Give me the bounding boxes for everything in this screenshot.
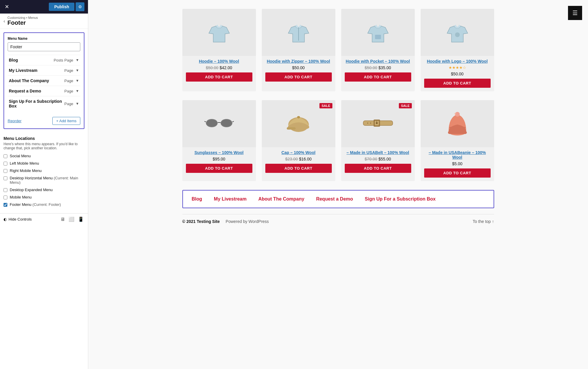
add-items-button[interactable]: + Add Items xyxy=(52,117,80,125)
location-label-desktop-horizontal[interactable]: Desktop Horizontal Menu (Current: Main M… xyxy=(10,176,84,185)
settings-gear-button[interactable]: ⚙ xyxy=(76,2,84,11)
location-item: Mobile Menu xyxy=(4,195,84,199)
product-price: $95.00 xyxy=(186,157,252,161)
add-to-cart-button[interactable]: ADD TO CART xyxy=(186,164,252,173)
location-checkbox-desktop-expanded[interactable] xyxy=(4,188,7,192)
location-checkbox-left-mobile[interactable] xyxy=(4,162,7,166)
add-to-cart-button[interactable]: ADD TO CART xyxy=(424,168,491,178)
product-title[interactable]: Hoodie with Zipper – 100% Wool xyxy=(265,59,332,64)
close-button[interactable]: ✕ xyxy=(4,2,10,11)
hide-controls-button[interactable]: ◐ Hide Controls xyxy=(4,217,32,221)
svg-point-11 xyxy=(297,116,300,118)
price: $50.00 xyxy=(451,72,464,76)
product-title[interactable]: Sunglasses – 100% Wool xyxy=(186,150,252,155)
product-image-area xyxy=(421,100,494,147)
add-to-cart-button[interactable]: ADD TO CART xyxy=(345,164,411,173)
menu-locations-title: Menu Locations xyxy=(4,136,84,141)
footer-nav-link[interactable]: Request a Demo xyxy=(316,196,353,202)
location-item: Desktop Horizontal Menu (Current: Main M… xyxy=(4,176,84,185)
desktop-view-button[interactable]: 🖥 xyxy=(60,216,66,223)
menu-item[interactable]: Sign Up For a Subscription Box Page ▼ xyxy=(8,96,80,111)
add-to-cart-button[interactable]: ADD TO CART xyxy=(265,164,332,173)
menu-item-name: My Livestream xyxy=(9,68,37,73)
hamburger-menu-button[interactable]: ☰ xyxy=(568,6,582,20)
footer-copyright: © 2021 Testing Site xyxy=(182,219,220,224)
svg-rect-1 xyxy=(375,35,381,39)
to-top-link[interactable]: To the top ↑ xyxy=(473,219,494,224)
add-to-cart-button[interactable]: ADD TO CART xyxy=(265,72,332,82)
mobile-view-button[interactable]: 📱 xyxy=(77,216,84,223)
menu-item-name: Request a Demo xyxy=(9,89,41,93)
menu-locations-section: Menu Locations Here's where this menu ap… xyxy=(0,133,88,213)
locations-list: Social Menu Left Mobile Menu Right Mobil… xyxy=(4,154,84,207)
location-label-mobile-menu[interactable]: Mobile Menu xyxy=(10,195,31,199)
product-image xyxy=(365,19,391,46)
product-info: Hoodie – 100% Wool $50.00$42.00 ADD TO C… xyxy=(182,56,256,85)
location-label-right-mobile[interactable]: Right Mobile Menu xyxy=(10,168,41,173)
footer-nav-link[interactable]: My Livestream xyxy=(214,196,246,202)
svg-rect-23 xyxy=(448,131,467,134)
product-title[interactable]: – Made in USABeanie – 100% Wool xyxy=(424,150,491,160)
location-checkbox-footer-menu[interactable] xyxy=(4,203,7,207)
svg-line-6 xyxy=(204,121,206,122)
menu-item-name: Sign Up For a Subscription Box xyxy=(9,99,64,108)
menu-item-type: Page xyxy=(64,102,73,106)
menu-item[interactable]: My Livestream Page ▼ xyxy=(8,65,80,75)
menu-items-list: Blog Posts Page ▼ My Livestream Page ▼ A… xyxy=(8,55,80,111)
menu-item-right: Posts Page ▼ xyxy=(54,58,79,62)
location-label-desktop-expanded[interactable]: Desktop Expanded Menu xyxy=(10,188,53,192)
product-title[interactable]: Hoodie with Logo – 100% Wool xyxy=(424,59,491,64)
location-checkbox-right-mobile[interactable] xyxy=(4,169,7,173)
product-price: $70.00$55.00 xyxy=(345,157,411,161)
menu-locations-desc: Here's where this menu appears. If you'd… xyxy=(4,142,84,150)
product-title[interactable]: Hoodie with Pocket – 100% Wool xyxy=(345,59,411,64)
menu-name-input[interactable] xyxy=(8,42,80,51)
product-stars: ★★★★☆ xyxy=(424,65,491,70)
menu-item[interactable]: Request a Demo Page ▼ xyxy=(8,86,80,96)
price-original: $23.00 xyxy=(285,157,298,161)
location-checkbox-social[interactable] xyxy=(4,154,7,158)
price: $5.00 xyxy=(452,161,462,166)
device-icons: 🖥 ⬜ 📱 xyxy=(60,216,84,223)
location-checkbox-desktop-horizontal[interactable] xyxy=(4,176,7,180)
svg-point-20 xyxy=(370,123,371,124)
hide-controls-icon: ◐ xyxy=(4,217,7,221)
sidebar-top-bar: ✕ Publish ⚙ xyxy=(0,0,88,14)
product-image xyxy=(444,19,471,46)
product-price: $50.00 xyxy=(424,72,491,76)
product-card: – Made in USABeanie – 100% Wool $5.00 AD… xyxy=(421,100,494,181)
tablet-view-button[interactable]: ⬜ xyxy=(68,216,75,223)
footer-nav-link[interactable]: About The Company xyxy=(258,196,304,202)
product-price: $5.00 xyxy=(424,161,491,166)
menu-editor: Menu Name Blog Posts Page ▼ My Livestrea… xyxy=(4,32,84,129)
sidebar-bottom-bar: ◐ Hide Controls 🖥 ⬜ 📱 xyxy=(0,213,88,225)
publish-button[interactable]: Publish xyxy=(49,3,74,11)
menu-item-right: Page ▼ xyxy=(64,79,79,83)
price-sale: $35.00 xyxy=(379,65,391,70)
location-label-footer-menu[interactable]: Footer Menu (Current: Footer) xyxy=(10,202,61,207)
product-info: – Made in USABelt – 100% Wool $70.00$55.… xyxy=(341,147,415,176)
product-title[interactable]: – Made in USABelt – 100% Wool xyxy=(345,150,411,155)
back-button[interactable]: ‹ xyxy=(4,19,5,24)
location-label-social[interactable]: Social Menu xyxy=(10,154,31,158)
svg-point-19 xyxy=(367,123,368,124)
menu-item[interactable]: Blog Posts Page ▼ xyxy=(8,55,80,65)
location-label-left-mobile[interactable]: Left Mobile Menu xyxy=(10,161,39,166)
chevron-down-icon: ▼ xyxy=(76,102,79,106)
product-info: Hoodie with Logo – 100% Wool ★★★★☆ $50.0… xyxy=(421,56,494,91)
menu-actions: Reorder + Add Items xyxy=(8,115,80,125)
footer-nav-link[interactable]: Sign Up For a Subscription Box xyxy=(365,196,436,202)
product-card: SALE Cap – 100% Wool $23.00$16.00 ADD TO… xyxy=(262,100,335,181)
breadcrumb-area: Customizing • Menus Footer xyxy=(7,16,38,26)
add-to-cart-button[interactable]: ADD TO CART xyxy=(424,79,491,88)
reorder-button[interactable]: Reorder xyxy=(8,119,21,123)
product-price: $50.00 xyxy=(265,65,332,70)
product-card: Sunglasses – 100% Wool $95.00 ADD TO CAR… xyxy=(182,100,256,181)
menu-item[interactable]: About The Company Page ▼ xyxy=(8,75,80,86)
add-to-cart-button[interactable]: ADD TO CART xyxy=(345,72,411,82)
add-to-cart-button[interactable]: ADD TO CART xyxy=(186,72,252,82)
footer-nav-link[interactable]: Blog xyxy=(192,196,202,202)
location-checkbox-mobile-menu[interactable] xyxy=(4,196,7,199)
product-title[interactable]: Cap – 100% Wool xyxy=(265,150,332,155)
product-title[interactable]: Hoodie – 100% Wool xyxy=(186,59,252,64)
